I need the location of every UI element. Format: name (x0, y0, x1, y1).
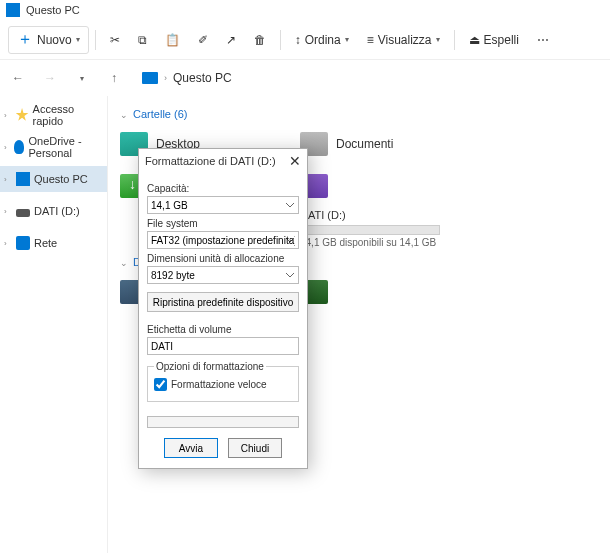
trash-icon: 🗑 (254, 33, 266, 47)
separator (95, 30, 96, 50)
pc-icon (142, 72, 158, 84)
toolbar: ＋ Nuovo ▾ ✂ ⧉ 📋 ✐ ↗ 🗑 ↕ Ordina ▾ ≡ Visua… (0, 20, 610, 60)
eject-label: Espelli (484, 33, 519, 47)
drive-capacity-bar (300, 225, 440, 235)
capacity-label: Capacità: (147, 183, 299, 194)
quick-format-checkbox[interactable] (154, 378, 167, 391)
restore-defaults-button[interactable]: Ripristina predefinite dispositivo (147, 292, 299, 312)
chevron-right-icon: › (4, 207, 12, 216)
sidebar-item-label: Questo PC (34, 173, 88, 185)
drive-name: DATI (D:) (300, 209, 440, 221)
view-button[interactable]: ≡ Visualizza ▾ (359, 26, 448, 54)
chevron-down-icon: ⌄ (120, 258, 128, 268)
cloud-icon (14, 140, 24, 154)
folder-item[interactable] (300, 170, 440, 202)
drive-icon (16, 209, 30, 217)
rename-button[interactable]: ✐ (190, 26, 216, 54)
folder-label: Documenti (336, 137, 393, 151)
sort-icon: ↕ (295, 33, 301, 47)
sidebar-item-quick-access[interactable]: › Accesso rapido (0, 102, 107, 128)
sidebar-item-network[interactable]: › Rete (0, 230, 107, 256)
sort-button[interactable]: ↕ Ordina ▾ (287, 26, 357, 54)
forward-button[interactable]: → (40, 68, 60, 88)
filesystem-label: File system (147, 218, 299, 229)
pc-icon (16, 172, 30, 186)
capacity-select[interactable]: 14,1 GB (147, 196, 299, 214)
up-button[interactable]: ↑ (104, 68, 124, 88)
chevron-down-icon: ▾ (436, 35, 440, 44)
sidebar-item-label: DATI (D:) (34, 205, 80, 217)
view-label: Visualizza (378, 33, 432, 47)
sidebar-item-drive-d[interactable]: › DATI (D:) (0, 198, 107, 224)
navbar: ← → ▾ ↑ › Questo PC (0, 60, 610, 96)
rename-icon: ✐ (198, 33, 208, 47)
paste-icon: 📋 (165, 33, 180, 47)
dialog-titlebar: Formattazione di DATI (D:) ✕ (139, 149, 307, 173)
sidebar-item-label: Rete (34, 237, 57, 249)
group-label: Cartelle (6) (133, 108, 187, 120)
separator (454, 30, 455, 50)
window-title: Questo PC (26, 4, 80, 16)
chevron-down-icon: ▾ (76, 35, 80, 44)
sidebar-item-onedrive[interactable]: › OneDrive - Personal (0, 134, 107, 160)
sort-label: Ordina (305, 33, 341, 47)
star-icon (15, 108, 28, 122)
scissors-icon: ✂ (110, 33, 120, 47)
view-icon: ≡ (367, 33, 374, 47)
chevron-right-icon: › (4, 143, 10, 152)
copy-icon: ⧉ (138, 33, 147, 47)
format-options-label: Opzioni di formattazione (154, 361, 266, 372)
back-button[interactable]: ← (8, 68, 28, 88)
recent-button[interactable]: ▾ (72, 68, 92, 88)
format-progress (147, 416, 299, 428)
new-button[interactable]: ＋ Nuovo ▾ (8, 26, 89, 54)
drive-status: 14,1 GB disponibili su 14,1 GB (300, 237, 440, 248)
delete-button[interactable]: 🗑 (246, 26, 274, 54)
address-bar[interactable]: › Questo PC (136, 65, 602, 91)
new-label: Nuovo (37, 33, 72, 47)
sidebar-item-this-pc[interactable]: › Questo PC (0, 166, 107, 192)
network-icon (16, 236, 30, 250)
chevron-right-icon: › (4, 111, 11, 120)
more-button[interactable]: ⋯ (529, 26, 557, 54)
close-dialog-button[interactable]: Chiudi (228, 438, 282, 458)
volume-label-input[interactable] (147, 337, 299, 355)
folder-documents[interactable]: Documenti (300, 128, 440, 160)
share-button[interactable]: ↗ (218, 26, 244, 54)
sidebar-item-label: OneDrive - Personal (28, 135, 103, 159)
group-header-folders[interactable]: ⌄ Cartelle (6) (120, 108, 598, 120)
window-titlebar: Questo PC (0, 0, 610, 20)
volume-label-label: Etichetta di volume (147, 324, 299, 335)
copy-button[interactable]: ⧉ (130, 26, 155, 54)
sidebar-item-label: Accesso rapido (33, 103, 103, 127)
close-button[interactable]: ✕ (289, 153, 301, 169)
share-icon: ↗ (226, 33, 236, 47)
more-icon: ⋯ (537, 33, 549, 47)
separator (280, 30, 281, 50)
filesystem-select[interactable]: FAT32 (impostazione predefinita) (147, 231, 299, 249)
format-dialog: Formattazione di DATI (D:) ✕ Capacità: 1… (138, 148, 308, 469)
start-button[interactable]: Avvia (164, 438, 218, 458)
paste-button[interactable]: 📋 (157, 26, 188, 54)
pc-icon (6, 3, 20, 17)
quick-format-option[interactable]: Formattazione veloce (154, 378, 292, 391)
nav-tree: › Accesso rapido › OneDrive - Personal ›… (0, 96, 108, 553)
eject-icon: ⏏ (469, 33, 480, 47)
quick-format-label: Formattazione veloce (171, 379, 267, 390)
allocation-select[interactable]: 8192 byte (147, 266, 299, 284)
chevron-down-icon: ▾ (345, 35, 349, 44)
address-path: Questo PC (173, 71, 232, 85)
chevron-right-icon: › (164, 73, 167, 83)
dialog-title: Formattazione di DATI (D:) (145, 155, 276, 167)
drive-item[interactable]: DATI (D:) 14,1 GB disponibili su 14,1 GB (300, 212, 440, 244)
allocation-label: Dimensioni unità di allocazione (147, 253, 299, 264)
cut-button[interactable]: ✂ (102, 26, 128, 54)
chevron-right-icon: › (4, 175, 12, 184)
eject-button[interactable]: ⏏ Espelli (461, 26, 527, 54)
plus-icon: ＋ (17, 29, 33, 50)
chevron-down-icon: ⌄ (120, 110, 128, 120)
chevron-right-icon: › (4, 239, 12, 248)
